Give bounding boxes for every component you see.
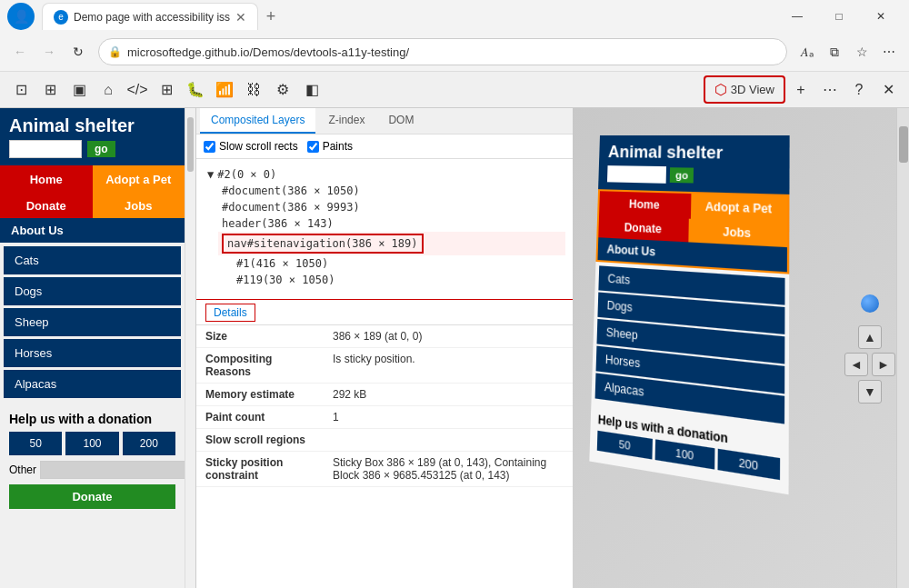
- threed-site-title: Animal shelter: [608, 143, 780, 164]
- tree-item-3[interactable]: #1(416 × 1050): [233, 255, 565, 272]
- donation-amounts: 50 100 200: [9, 432, 175, 455]
- threed-left-btn[interactable]: ◄: [844, 353, 868, 376]
- tree-item-2[interactable]: header(386 × 143): [218, 215, 565, 232]
- threed-search-btn: go: [670, 167, 694, 183]
- threed-ball: [861, 294, 879, 313]
- donation-other-input[interactable]: [40, 461, 185, 479]
- code-tool[interactable]: </>: [124, 76, 151, 104]
- tree-item-1[interactable]: #document(386 × 9993): [218, 199, 565, 215]
- dt-more-btn[interactable]: ⋯: [816, 76, 844, 104]
- tab-composited-layers[interactable]: Composited Layers: [200, 108, 315, 134]
- threed-nav: Home Adopt a Pet Donate Jobs About Us: [595, 189, 789, 274]
- tree-toggle-root: ▼: [207, 168, 214, 181]
- tree-item-3-label: #1(416 × 1050): [236, 257, 328, 270]
- donate-nav-btn[interactable]: Donate: [0, 194, 93, 218]
- close-window-btn[interactable]: ✕: [860, 0, 902, 33]
- list-item-dogs[interactable]: Dogs: [4, 277, 181, 305]
- list-item-sheep[interactable]: Sheep: [4, 308, 181, 336]
- scrollbar-thumb[interactable]: [187, 117, 194, 172]
- threed-right-btn[interactable]: ►: [872, 353, 895, 376]
- tab-dom[interactable]: DOM: [377, 108, 425, 134]
- minimize-btn[interactable]: —: [776, 0, 818, 33]
- devtools-panel: Composited Layers Z-index DOM Slow scrol…: [196, 108, 573, 588]
- adopt-nav-btn[interactable]: Adopt a Pet: [93, 165, 185, 194]
- link-tool[interactable]: ⛓: [240, 76, 267, 104]
- details-tab[interactable]: Details: [205, 304, 255, 322]
- read-mode-btn[interactable]: 𝐴ₐ: [794, 39, 820, 65]
- dt-close-btn[interactable]: ✕: [874, 76, 902, 104]
- refresh-btn[interactable]: ↻: [65, 39, 91, 65]
- donate-submit-btn[interactable]: Donate: [9, 484, 175, 509]
- paints-label: Paints: [323, 140, 353, 153]
- address-bar[interactable]: 🔒 microsoftedge.github.io/Demos/devtools…: [98, 38, 787, 65]
- split-btn[interactable]: ⧉: [822, 39, 847, 65]
- close-tab-btn[interactable]: ✕: [235, 10, 246, 25]
- forward-btn[interactable]: →: [36, 39, 62, 65]
- dt-help-btn[interactable]: ?: [845, 76, 873, 104]
- jobs-nav-btn[interactable]: Jobs: [93, 194, 185, 218]
- devtools-options: Slow scroll rects Paints: [196, 135, 573, 159]
- tree-root[interactable]: ▼ #2(0 × 0): [204, 166, 565, 183]
- settings-tool[interactable]: ⚙: [269, 76, 296, 104]
- tree-item-4[interactable]: #119(30 × 1050): [233, 272, 565, 288]
- add-panel-btn[interactable]: +: [787, 76, 814, 104]
- grid-tool[interactable]: ⊞: [153, 76, 180, 104]
- browser-more-btn[interactable]: ⋯: [876, 39, 902, 65]
- threed-up-btn[interactable]: ▲: [858, 325, 882, 349]
- tree-item-0[interactable]: #document(386 × 1050): [218, 183, 565, 199]
- threed-amt-200: 200: [717, 449, 780, 480]
- threed-down-btn[interactable]: ▼: [858, 380, 882, 404]
- screenshot3-tool[interactable]: ▣: [65, 76, 93, 104]
- tree-item-1-label: #document(386 × 9993): [222, 201, 360, 214]
- bug-tool[interactable]: 🐛: [182, 76, 209, 104]
- paints-checkbox[interactable]: [307, 141, 319, 153]
- search-btn[interactable]: go: [87, 141, 115, 157]
- title-bar: 👤 e Demo page with accessibility iss ✕ +…: [0, 0, 909, 33]
- list-item-cats[interactable]: Cats: [4, 246, 181, 274]
- favorites-btn[interactable]: ☆: [849, 39, 874, 65]
- tab-favicon: e: [54, 10, 68, 25]
- active-tab[interactable]: e Demo page with accessibility iss ✕: [42, 3, 258, 30]
- about-nav-btn[interactable]: About Us: [0, 218, 185, 243]
- slow-scroll-option[interactable]: Slow scroll rects: [204, 140, 298, 153]
- screenshot2-tool[interactable]: ⊞: [36, 76, 64, 104]
- slow-scroll-checkbox[interactable]: [204, 141, 215, 153]
- other-label: Other: [9, 463, 36, 476]
- list-item-alpacas[interactable]: Alpacas: [4, 370, 181, 398]
- layer-tree: ▼ #2(0 × 0) #document(386 × 1050) #docum…: [196, 159, 573, 295]
- threed-search-row: go: [607, 165, 779, 186]
- tree-root-label: #2(0 × 0): [217, 168, 276, 181]
- list-item-horses[interactable]: Horses: [4, 339, 181, 367]
- details-table: Size 386 × 189 (at 0, 0) Compositing Rea…: [196, 325, 573, 487]
- profile-avatar[interactable]: 👤: [7, 3, 35, 30]
- layers-tool[interactable]: ◧: [298, 76, 325, 104]
- tree-item-4-label: #119(30 × 1050): [236, 274, 335, 286]
- home-nav-btn[interactable]: Home: [0, 165, 93, 194]
- wifi-tool[interactable]: 📶: [211, 76, 238, 104]
- donation-50[interactable]: 50: [9, 432, 62, 455]
- maximize-btn[interactable]: □: [818, 0, 860, 33]
- donation-200[interactable]: 200: [123, 432, 175, 455]
- tab-z-index[interactable]: Z-index: [317, 108, 375, 134]
- three-d-view-btn[interactable]: ⬡ 3D View: [704, 75, 785, 104]
- donation-heading: Help us with a donation: [9, 412, 175, 426]
- search-input[interactable]: [9, 140, 82, 158]
- tab-title: Demo page with accessibility iss: [74, 11, 230, 24]
- back-btn[interactable]: ←: [7, 39, 33, 65]
- new-tab-btn[interactable]: +: [258, 4, 284, 29]
- home-tool[interactable]: ⌂: [95, 76, 122, 104]
- website-scrollbar[interactable]: [185, 108, 195, 588]
- site-search: go: [9, 140, 175, 158]
- threed-scrollbar-thumb[interactable]: [899, 126, 908, 163]
- screenshot-tool[interactable]: ⊡: [7, 76, 35, 104]
- details-content: Size 386 × 189 (at 0, 0) Compositing Rea…: [196, 325, 573, 588]
- threed-lr-row: ◄ ►: [844, 353, 895, 376]
- threed-scrollbar[interactable]: [896, 108, 909, 588]
- donation-100[interactable]: 100: [65, 432, 118, 455]
- paints-option[interactable]: Paints: [307, 140, 353, 153]
- detail-label-memory: Memory estimate: [196, 384, 324, 406]
- detail-value-paint: 1: [324, 406, 573, 429]
- tree-item-highlighted[interactable]: nav#sitenavigation(386 × 189): [218, 232, 565, 255]
- slow-scroll-label: Slow scroll rects: [219, 140, 298, 153]
- tree-item-0-label: #document(386 × 1050): [222, 184, 360, 197]
